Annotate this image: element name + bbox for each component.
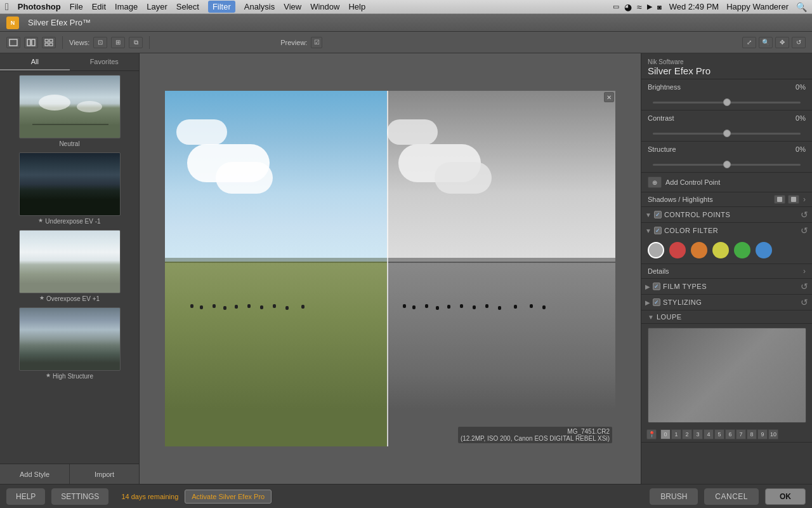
swatch-orange[interactable] <box>691 242 707 258</box>
view-fit-icon[interactable]: ⊡ <box>93 37 107 48</box>
reset-film-types-icon[interactable]: ↺ <box>801 281 808 291</box>
reset-color-filter-icon[interactable]: ↺ <box>801 225 808 236</box>
add-control-point-section: ⊕ Add Control Point <box>641 173 812 192</box>
menu-layer[interactable]: Layer <box>147 2 167 11</box>
color-filter-header[interactable]: ▼ ✓ COLOR FILTER ↺ <box>641 223 812 238</box>
details-row[interactable]: Details › <box>641 264 812 278</box>
stylizing-checkbox[interactable]: ✓ <box>653 298 660 306</box>
tab-favorites[interactable]: Favorites <box>70 53 140 70</box>
stylizing-header[interactable]: ▶ ✓ STYLIZING ↺ <box>641 295 812 310</box>
reset-control-points-icon[interactable]: ↺ <box>801 210 808 220</box>
swatch-blue[interactable] <box>756 242 772 258</box>
reset-stylizing-icon[interactable]: ↺ <box>801 297 808 307</box>
settings-button[interactable]: SETTINGS <box>51 488 108 505</box>
loupe-num-4[interactable]: 4 <box>704 429 714 439</box>
menu-analysis[interactable]: Analysis <box>244 2 275 11</box>
preset-star-overexpose: ★ <box>39 295 44 301</box>
swatch-red[interactable] <box>669 242 686 258</box>
rotate-btn[interactable]: ↺ <box>792 37 806 48</box>
svg-rect-0 <box>10 39 17 46</box>
cancel-button[interactable]: CANCEL <box>704 488 759 505</box>
split-divider[interactable] <box>387 91 388 446</box>
view-zoom-icon[interactable]: ⊞ <box>111 37 125 48</box>
loupe-num-3[interactable]: 3 <box>693 429 703 439</box>
main-content: All Favorites Neutral <box>0 53 812 484</box>
menu-help[interactable]: Help <box>348 2 365 11</box>
menu-image[interactable]: Image <box>115 2 138 11</box>
activate-button[interactable]: Activate Silver Efex Pro <box>185 490 272 504</box>
menu-filter[interactable]: Filter <box>208 1 235 13</box>
structure-label: Structure <box>648 145 787 153</box>
color-filter-checkbox[interactable]: ✓ <box>654 227 662 234</box>
preset-label-neutral: Neutral <box>59 140 79 147</box>
import-button[interactable]: Import <box>70 464 139 484</box>
preview-label: Preview: <box>280 39 307 46</box>
add-control-point-btn[interactable]: ⊕ Add Control Point <box>641 173 812 192</box>
views-label: Views: <box>69 39 89 46</box>
brightness-slider-row <box>641 95 812 110</box>
preview-close-btn[interactable]: ✕ <box>604 92 614 102</box>
svg-rect-4 <box>49 39 53 42</box>
structure-section: Structure 0% <box>641 142 812 173</box>
swatch-green[interactable] <box>734 242 750 258</box>
search-icon[interactable]: 🔍 <box>796 2 807 12</box>
right-panel: Nik Software Silver Efex Pro Brightness … <box>641 53 812 484</box>
view-split-icon[interactable] <box>24 37 38 48</box>
zoom-fit-btn[interactable]: ⤢ <box>742 37 756 48</box>
contrast-value: 0% <box>787 114 806 122</box>
shadows-thumb-right[interactable] <box>788 195 799 204</box>
swatch-yellow[interactable] <box>712 242 729 258</box>
film-types-checkbox[interactable]: ✓ <box>653 283 660 290</box>
preset-highstructure[interactable]: ★ High Structure <box>4 307 135 380</box>
menu-file[interactable]: File <box>70 2 83 11</box>
preset-underexpose[interactable]: ★ Underexpose EV -1 <box>4 152 135 225</box>
loupe-num-6[interactable]: 6 <box>725 429 735 439</box>
menu-edit[interactable]: Edit <box>92 2 106 11</box>
apple-menu[interactable]:  <box>5 1 9 13</box>
loupe-num-5[interactable]: 5 <box>714 429 724 439</box>
loupe-num-0[interactable]: 0 <box>660 429 671 439</box>
nik-label: Nik Software <box>648 58 806 65</box>
loupe-num-10[interactable]: 10 <box>768 429 778 439</box>
trial-notice: 14 days remaining <box>121 493 178 500</box>
menu-window[interactable]: Window <box>310 2 339 11</box>
shadows-highlights-row[interactable]: Shadows / Highlights › <box>641 192 812 206</box>
menu-select[interactable]: Select <box>176 2 199 11</box>
view-single-icon[interactable] <box>6 37 20 48</box>
menu-view[interactable]: View <box>284 2 301 11</box>
preset-thumbnail-underexpose <box>19 152 121 216</box>
username: Happy Wanderer <box>726 2 789 11</box>
loupe-num-9[interactable]: 9 <box>757 429 768 439</box>
contrast-slider[interactable] <box>653 133 801 135</box>
loupe-pin-btn[interactable]: 📍 <box>646 429 657 439</box>
control-points-checkbox[interactable]: ✓ <box>654 211 662 218</box>
swatch-neutral[interactable] <box>648 242 664 258</box>
film-types-collapse-icon: ▶ <box>645 283 650 290</box>
ok-button[interactable]: OK <box>765 488 806 505</box>
zoom-btn[interactable]: 🔍 <box>759 37 773 48</box>
preset-star-underexpose: ★ <box>38 217 43 224</box>
loupe-num-7[interactable]: 7 <box>736 429 746 439</box>
preset-overexpose[interactable]: ★ Overexpose EV +1 <box>4 230 135 302</box>
hand-tool-btn[interactable]: ✥ <box>775 37 789 48</box>
loupe-num-8[interactable]: 8 <box>747 429 757 439</box>
brightness-slider[interactable] <box>653 102 801 104</box>
loupe-num-2[interactable]: 2 <box>682 429 692 439</box>
loupe-num-1[interactable]: 1 <box>671 429 681 439</box>
add-style-button[interactable]: Add Style <box>0 464 70 484</box>
tab-all[interactable]: All <box>0 53 70 70</box>
structure-slider[interactable] <box>653 164 801 166</box>
control-points-header[interactable]: ▼ ✓ CONTROL POINTS ↺ <box>641 207 812 222</box>
view-grid-icon[interactable] <box>42 37 56 48</box>
presets-list[interactable]: Neutral ★ Underexpose EV -1 ★ Overexpose… <box>0 71 139 464</box>
view-compare-icon[interactable]: ⧉ <box>129 37 143 48</box>
preset-label-underexpose: Underexpose EV -1 <box>45 218 100 225</box>
help-button[interactable]: HELP <box>6 488 45 505</box>
shadows-thumb-left[interactable] <box>774 195 785 204</box>
film-types-header[interactable]: ▶ ✓ FILM TYPES ↺ <box>641 279 812 294</box>
image-details: (12.2MP, ISO 200, Canon EOS DIGITAL REBE… <box>461 435 610 442</box>
preset-neutral[interactable]: Neutral <box>4 75 135 147</box>
preview-toggle-icon[interactable]: ☑ <box>311 37 322 48</box>
add-control-point-label: Add Control Point <box>665 178 720 186</box>
brush-button[interactable]: BRUSH <box>650 488 698 505</box>
